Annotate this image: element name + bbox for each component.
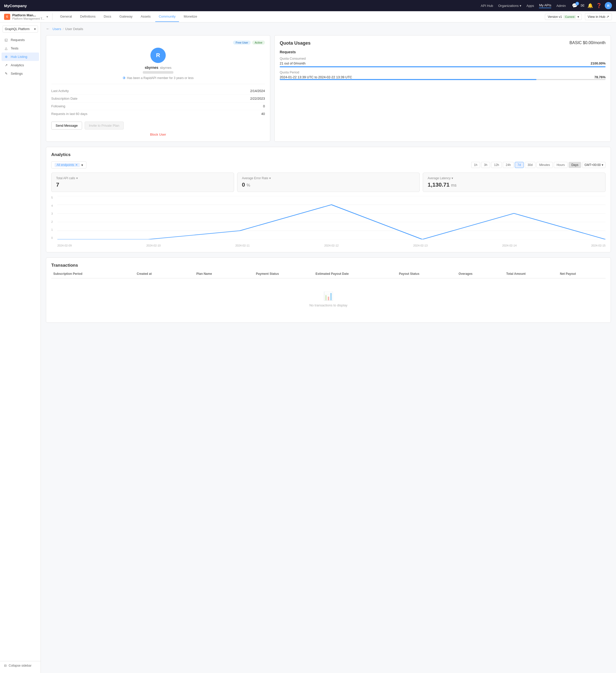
metric-latency-dropdown[interactable]: ▾ — [451, 176, 453, 180]
api-name: Platform Man... — [12, 13, 44, 17]
th-payout-status: Payout Status — [397, 272, 457, 275]
sidebar-item-settings[interactable]: ✎ Settings — [0, 69, 40, 78]
x-label-4: 2024-02-13 — [413, 244, 428, 247]
api-logo: G — [4, 14, 10, 20]
metric-error-unit: % — [246, 183, 250, 187]
th-subscription-period: Subscription Period — [51, 272, 135, 275]
filter-right: 1h 3h 12h 24h 7d 30d Minutes Hours Days … — [471, 162, 606, 168]
settings-icon: ✎ — [4, 72, 8, 75]
consumed-progress-fill — [280, 66, 606, 67]
transactions-title: Transactions — [51, 263, 606, 268]
user-card: Free User Active R sbyrnes sbyrnes ③ Has… — [46, 35, 270, 142]
x-label-6: 2024-02-15 — [591, 244, 606, 247]
user-member-info: ③ Has been a RapidAPI member for 3 years… — [123, 76, 194, 80]
user-avatar-nav[interactable]: R — [605, 2, 612, 9]
time-btn-1h[interactable]: 1h — [471, 162, 480, 168]
active-badge: Active — [252, 40, 265, 45]
period-progress-bar — [280, 79, 606, 80]
time-btn-30d[interactable]: 30d — [525, 162, 536, 168]
bell-icon[interactable]: 🔔 — [587, 3, 593, 8]
user-display-name: sbyrnes — [145, 65, 158, 69]
user-email-blurred — [143, 71, 173, 74]
endpoint-tag-close[interactable]: ✕ — [75, 163, 78, 167]
tab-monetize[interactable]: Monetize — [180, 11, 201, 22]
x-label-2: 2024-02-11 — [235, 244, 250, 247]
x-label-3: 2024-02-12 — [324, 244, 339, 247]
free-user-badge: Free User — [233, 40, 251, 45]
analytics-section: Analytics All endpoints ✕ ▾ 1h 3h 12h — [46, 147, 611, 252]
th-net-payout: Net Payout — [558, 272, 606, 275]
unit-btn-minutes[interactable]: Minutes — [537, 162, 553, 168]
th-overages: Overages — [457, 272, 504, 275]
main-layout: GraphQL Platform ▾ ◱ Requests △ Tests ⊕ … — [0, 22, 616, 673]
quota-consumed-value: 21 out of 0/month — [280, 61, 305, 65]
tab-docs[interactable]: Docs — [100, 11, 115, 22]
chart-svg — [57, 196, 606, 239]
nav-link-organizations[interactable]: Organizations ▾ — [498, 4, 522, 8]
main-content: ← Users / User Details Free User Active … — [41, 22, 616, 673]
endpoint-select[interactable]: All endpoints ✕ ▾ — [51, 161, 86, 169]
tab-community[interactable]: Community — [155, 11, 179, 22]
member-icon: ③ — [123, 76, 126, 80]
time-btn-12h[interactable]: 12h — [491, 162, 502, 168]
unit-btn-hours[interactable]: Hours — [554, 162, 568, 168]
th-plan-name: Plan Name — [194, 272, 254, 275]
back-button[interactable]: ← — [46, 26, 50, 31]
breadcrumb-current: User Details — [65, 27, 83, 31]
endpoint-dropdown-icon[interactable]: ▾ — [81, 163, 83, 167]
th-total-amount: Total Amount — [504, 272, 558, 275]
nav-link-my-apis[interactable]: My APIs — [539, 3, 551, 8]
y-label-2: 2 — [51, 220, 55, 223]
user-stats: Last Activity 2/14/2024 Subscription Dat… — [51, 84, 265, 118]
breadcrumb-users-link[interactable]: Users — [52, 27, 61, 31]
metric-calls-dropdown[interactable]: ▾ — [76, 176, 78, 180]
x-label-1: 2024-02-10 — [146, 244, 161, 247]
send-message-button[interactable]: Send Message — [51, 122, 82, 130]
transactions-table-header: Subscription Period Created at Plan Name… — [51, 272, 606, 278]
metric-error-dropdown[interactable]: ▾ — [269, 176, 271, 180]
external-link-icon: ↗ — [606, 15, 609, 19]
user-name-row: sbyrnes sbyrnes — [145, 65, 171, 69]
sidebar-item-hub-listing[interactable]: ⊕ Hub Listing — [2, 52, 39, 61]
transactions-section: Transactions Subscription Period Created… — [46, 257, 611, 323]
hub-listing-icon: ⊕ — [4, 55, 8, 59]
nav-link-apps[interactable]: Apps — [527, 4, 534, 8]
api-dropdown-icon[interactable]: ▾ — [46, 15, 48, 19]
timezone-select[interactable]: GMT+00:00 ▾ — [582, 162, 606, 168]
time-btn-7d[interactable]: 7d — [515, 162, 524, 168]
analytics-icon: ↗ — [4, 63, 8, 67]
tab-definitions[interactable]: Definitions — [76, 11, 99, 22]
collapse-sidebar-button[interactable]: ⊟ Collapse sidebar — [0, 661, 40, 670]
time-btn-3h[interactable]: 3h — [481, 162, 490, 168]
tab-assets[interactable]: Assets — [137, 11, 154, 22]
block-user-link[interactable]: Block User — [51, 133, 265, 137]
empty-icon: 📊 — [61, 291, 595, 301]
current-badge: Current — [564, 15, 576, 19]
top-nav-icons: 💬2 ✉ 🔔 ❓ R — [572, 2, 612, 9]
nav-link-admin[interactable]: Admin — [556, 4, 566, 8]
platform-selector[interactable]: GraphQL Platform ▾ — [3, 25, 38, 33]
version-badge[interactable]: Version v1 Current ▾ — [545, 14, 582, 20]
messages-icon[interactable]: 💬2 — [572, 3, 578, 8]
tab-general[interactable]: General — [57, 11, 75, 22]
metric-calls-value: 7 — [56, 182, 229, 188]
nav-link-api-hub[interactable]: API Hub — [481, 4, 493, 8]
sidebar-item-requests[interactable]: ◱ Requests — [0, 36, 40, 44]
sidebar-item-tests[interactable]: △ Tests — [0, 44, 40, 52]
sidebar-item-analytics[interactable]: ↗ Analytics — [0, 61, 40, 69]
user-avatar-section: R sbyrnes sbyrnes ③ Has been a RapidAPI … — [51, 48, 265, 80]
top-nav: MyCompany API Hub Organizations ▾ Apps M… — [0, 0, 616, 11]
chart-lines — [57, 196, 606, 239]
version-dropdown-icon[interactable]: ▾ — [578, 15, 579, 19]
metric-latency-label: Average Latency ▾ — [428, 176, 601, 180]
help-icon[interactable]: ❓ — [596, 3, 602, 8]
unit-btn-days[interactable]: Days — [569, 162, 581, 168]
metric-calls-label: Total API calls ▾ — [56, 176, 229, 180]
email-icon[interactable]: ✉ — [581, 3, 584, 8]
sub-nav-actions: Version v1 Current ▾ View in Hub ↗ — [545, 13, 612, 20]
time-btn-24h[interactable]: 24h — [503, 162, 514, 168]
api-subtitle: Platform Management T... — [12, 17, 44, 20]
analytics-chart: 5 4 3 2 1 0 — [51, 196, 606, 247]
view-in-hub-button[interactable]: View in Hub ↗ — [585, 13, 612, 20]
tab-gateway[interactable]: Gateway — [116, 11, 136, 22]
